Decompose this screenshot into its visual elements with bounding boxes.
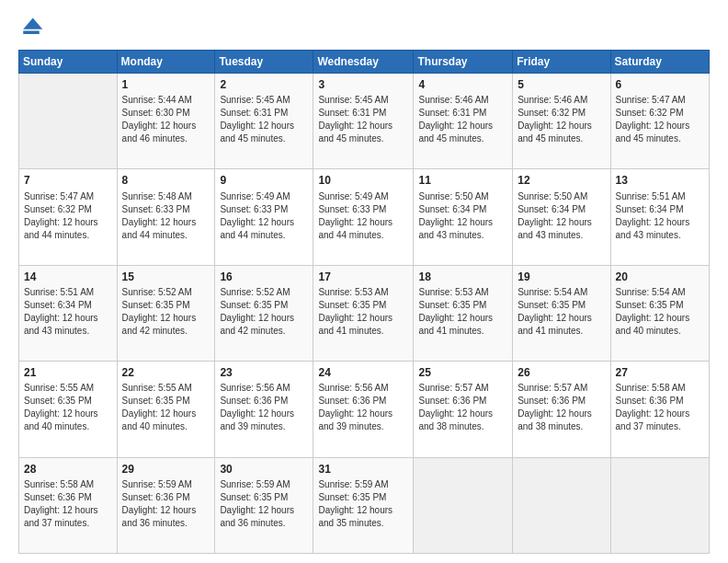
day-info: Sunrise: 5:58 AMSunset: 6:36 PMDaylight:… bbox=[24, 478, 112, 530]
day-info: Sunrise: 5:50 AMSunset: 6:34 PMDaylight:… bbox=[518, 190, 605, 242]
day-info: Sunrise: 5:53 AMSunset: 6:35 PMDaylight:… bbox=[318, 286, 408, 338]
day-number: 2 bbox=[220, 77, 308, 92]
svg-marker-0 bbox=[23, 18, 42, 29]
day-cell: 17Sunrise: 5:53 AMSunset: 6:35 PMDayligh… bbox=[313, 265, 414, 361]
day-cell: 13Sunrise: 5:51 AMSunset: 6:34 PMDayligh… bbox=[610, 169, 709, 265]
day-info: Sunrise: 5:52 AMSunset: 6:35 PMDaylight:… bbox=[122, 286, 210, 338]
day-info: Sunrise: 5:51 AMSunset: 6:34 PMDaylight:… bbox=[616, 190, 704, 242]
day-cell bbox=[414, 457, 513, 553]
day-number: 9 bbox=[220, 173, 308, 188]
page: SundayMondayTuesdayWednesdayThursdayFrid… bbox=[0, 0, 728, 563]
day-number: 15 bbox=[122, 270, 210, 284]
day-number: 29 bbox=[122, 462, 210, 477]
day-number: 11 bbox=[418, 173, 507, 188]
day-number: 4 bbox=[418, 77, 507, 92]
day-cell: 25Sunrise: 5:57 AMSunset: 6:36 PMDayligh… bbox=[414, 362, 513, 457]
day-cell: 12Sunrise: 5:50 AMSunset: 6:34 PMDayligh… bbox=[513, 169, 610, 265]
header-cell: Wednesday bbox=[313, 51, 414, 74]
day-cell: 11Sunrise: 5:50 AMSunset: 6:34 PMDayligh… bbox=[414, 169, 513, 265]
day-cell bbox=[19, 74, 118, 169]
day-info: Sunrise: 5:55 AMSunset: 6:35 PMDaylight:… bbox=[24, 382, 112, 433]
day-cell: 18Sunrise: 5:53 AMSunset: 6:35 PMDayligh… bbox=[414, 265, 513, 361]
day-info: Sunrise: 5:57 AMSunset: 6:36 PMDaylight:… bbox=[418, 382, 507, 433]
header-cell: Thursday bbox=[414, 51, 513, 74]
day-number: 20 bbox=[616, 270, 704, 284]
day-cell bbox=[513, 457, 610, 553]
svg-rect-1 bbox=[23, 31, 40, 35]
day-cell: 27Sunrise: 5:58 AMSunset: 6:36 PMDayligh… bbox=[610, 362, 709, 457]
logo bbox=[18, 15, 48, 40]
day-number: 22 bbox=[122, 365, 210, 380]
day-info: Sunrise: 5:56 AMSunset: 6:36 PMDaylight:… bbox=[318, 382, 408, 433]
calendar-header: SundayMondayTuesdayWednesdayThursdayFrid… bbox=[19, 51, 710, 74]
week-row: 21Sunrise: 5:55 AMSunset: 6:35 PMDayligh… bbox=[19, 362, 710, 457]
day-cell: 22Sunrise: 5:55 AMSunset: 6:35 PMDayligh… bbox=[117, 362, 215, 457]
day-number: 31 bbox=[318, 462, 408, 477]
day-info: Sunrise: 5:46 AMSunset: 6:31 PMDaylight:… bbox=[418, 94, 507, 145]
day-info: Sunrise: 5:59 AMSunset: 6:35 PMDaylight:… bbox=[318, 478, 408, 530]
day-info: Sunrise: 5:47 AMSunset: 6:32 PMDaylight:… bbox=[24, 190, 112, 242]
day-info: Sunrise: 5:45 AMSunset: 6:31 PMDaylight:… bbox=[318, 94, 408, 145]
day-number: 3 bbox=[318, 77, 408, 92]
day-info: Sunrise: 5:46 AMSunset: 6:32 PMDaylight:… bbox=[518, 94, 605, 145]
day-cell: 20Sunrise: 5:54 AMSunset: 6:35 PMDayligh… bbox=[610, 265, 709, 361]
logo-icon bbox=[18, 15, 44, 40]
day-info: Sunrise: 5:59 AMSunset: 6:36 PMDaylight:… bbox=[122, 478, 210, 530]
day-info: Sunrise: 5:45 AMSunset: 6:31 PMDaylight:… bbox=[220, 94, 308, 145]
day-cell: 28Sunrise: 5:58 AMSunset: 6:36 PMDayligh… bbox=[19, 457, 118, 553]
day-number: 25 bbox=[418, 365, 507, 380]
day-number: 24 bbox=[318, 365, 408, 380]
day-number: 8 bbox=[122, 173, 210, 188]
day-cell: 5Sunrise: 5:46 AMSunset: 6:32 PMDaylight… bbox=[513, 74, 610, 169]
day-number: 26 bbox=[518, 365, 605, 380]
day-cell: 31Sunrise: 5:59 AMSunset: 6:35 PMDayligh… bbox=[313, 457, 414, 553]
week-row: 7Sunrise: 5:47 AMSunset: 6:32 PMDaylight… bbox=[19, 169, 710, 265]
day-info: Sunrise: 5:56 AMSunset: 6:36 PMDaylight:… bbox=[220, 382, 308, 433]
day-number: 6 bbox=[616, 77, 704, 92]
calendar-table: SundayMondayTuesdayWednesdayThursdayFrid… bbox=[18, 50, 710, 554]
day-cell: 23Sunrise: 5:56 AMSunset: 6:36 PMDayligh… bbox=[215, 362, 313, 457]
day-number: 10 bbox=[318, 173, 408, 188]
day-cell: 8Sunrise: 5:48 AMSunset: 6:33 PMDaylight… bbox=[117, 169, 215, 265]
header-cell: Friday bbox=[513, 51, 610, 74]
day-number: 12 bbox=[518, 173, 605, 188]
week-row: 28Sunrise: 5:58 AMSunset: 6:36 PMDayligh… bbox=[19, 457, 710, 553]
day-info: Sunrise: 5:59 AMSunset: 6:35 PMDaylight:… bbox=[220, 478, 308, 530]
day-cell: 7Sunrise: 5:47 AMSunset: 6:32 PMDaylight… bbox=[19, 169, 118, 265]
day-cell: 4Sunrise: 5:46 AMSunset: 6:31 PMDaylight… bbox=[414, 74, 513, 169]
day-number: 19 bbox=[518, 270, 605, 284]
header-cell: Sunday bbox=[19, 51, 118, 74]
header-row: SundayMondayTuesdayWednesdayThursdayFrid… bbox=[19, 51, 710, 74]
day-number: 28 bbox=[24, 462, 112, 477]
day-cell bbox=[610, 457, 709, 553]
day-cell: 10Sunrise: 5:49 AMSunset: 6:33 PMDayligh… bbox=[313, 169, 414, 265]
day-info: Sunrise: 5:48 AMSunset: 6:33 PMDaylight:… bbox=[122, 190, 210, 242]
day-info: Sunrise: 5:49 AMSunset: 6:33 PMDaylight:… bbox=[220, 190, 308, 242]
day-number: 23 bbox=[220, 365, 308, 380]
day-cell: 14Sunrise: 5:51 AMSunset: 6:34 PMDayligh… bbox=[19, 265, 118, 361]
day-info: Sunrise: 5:47 AMSunset: 6:32 PMDaylight:… bbox=[616, 94, 704, 145]
day-info: Sunrise: 5:50 AMSunset: 6:34 PMDaylight:… bbox=[418, 190, 507, 242]
day-cell: 3Sunrise: 5:45 AMSunset: 6:31 PMDaylight… bbox=[313, 74, 414, 169]
day-info: Sunrise: 5:55 AMSunset: 6:35 PMDaylight:… bbox=[122, 382, 210, 433]
header-cell: Tuesday bbox=[215, 51, 313, 74]
day-number: 30 bbox=[220, 462, 308, 477]
week-row: 14Sunrise: 5:51 AMSunset: 6:34 PMDayligh… bbox=[19, 265, 710, 361]
day-cell: 1Sunrise: 5:44 AMSunset: 6:30 PMDaylight… bbox=[117, 74, 215, 169]
day-number: 18 bbox=[418, 270, 507, 284]
day-info: Sunrise: 5:49 AMSunset: 6:33 PMDaylight:… bbox=[318, 190, 408, 242]
day-number: 14 bbox=[24, 270, 112, 284]
day-info: Sunrise: 5:58 AMSunset: 6:36 PMDaylight:… bbox=[616, 382, 704, 433]
day-info: Sunrise: 5:54 AMSunset: 6:35 PMDaylight:… bbox=[616, 286, 704, 338]
day-number: 16 bbox=[220, 270, 308, 284]
day-info: Sunrise: 5:52 AMSunset: 6:35 PMDaylight:… bbox=[220, 286, 308, 338]
header bbox=[18, 15, 710, 40]
day-info: Sunrise: 5:53 AMSunset: 6:35 PMDaylight:… bbox=[418, 286, 507, 338]
day-cell: 26Sunrise: 5:57 AMSunset: 6:36 PMDayligh… bbox=[513, 362, 610, 457]
day-cell: 19Sunrise: 5:54 AMSunset: 6:35 PMDayligh… bbox=[513, 265, 610, 361]
day-number: 21 bbox=[24, 365, 112, 380]
calendar-body: 1Sunrise: 5:44 AMSunset: 6:30 PMDaylight… bbox=[19, 74, 710, 554]
day-cell: 24Sunrise: 5:56 AMSunset: 6:36 PMDayligh… bbox=[313, 362, 414, 457]
day-info: Sunrise: 5:44 AMSunset: 6:30 PMDaylight:… bbox=[122, 94, 210, 145]
day-cell: 9Sunrise: 5:49 AMSunset: 6:33 PMDaylight… bbox=[215, 169, 313, 265]
